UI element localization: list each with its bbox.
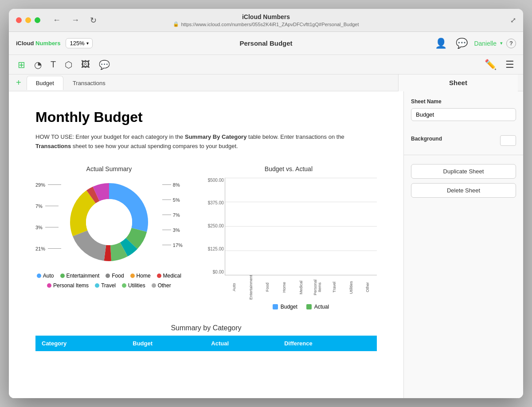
y-axis: $500.00 $375.00 $250.00 $125.00 $0.00 (201, 178, 224, 275)
page-title: Monthly Budget (35, 109, 377, 125)
legend-medical: Medical (157, 273, 181, 279)
x-label-entertainment: Entertainment (243, 276, 258, 298)
charts-row: Actual Summary 29% 7% (35, 165, 377, 310)
zoom-level: 125% (70, 40, 84, 47)
col-header-difference: Difference (278, 336, 377, 351)
legend-dot-home (130, 274, 135, 278)
legend-auto: Auto (37, 273, 54, 279)
summary-title: Summary by Category (35, 324, 377, 332)
legend-dot-food (106, 274, 110, 278)
user-chevron-icon: ▾ (500, 40, 503, 46)
collaborate-icon-btn[interactable]: ✏️ (481, 57, 500, 72)
sidebar-background-section: Background (404, 128, 523, 153)
donut-right-labels: 8% 5% 7% (162, 182, 183, 248)
x-label-personal: Personal Items (310, 276, 325, 298)
summary-section: Summary by Category Category Budget Actu… (35, 324, 377, 351)
url-text: https://www.icloud.com/numbers/055s2K4iR… (181, 22, 359, 27)
label-7: 7% (35, 204, 61, 209)
titlebar-center: iCloud Numbers 🔒 https://www.icloud.com/… (173, 13, 359, 27)
refresh-button[interactable]: ↻ (88, 14, 98, 27)
sheet-name-label: Sheet Name (411, 98, 516, 105)
user-name[interactable]: Danielle (474, 40, 497, 47)
minimize-button[interactable] (25, 17, 31, 23)
fullscreen-button[interactable]: ⤢ (510, 16, 516, 24)
chart-icon-btn[interactable]: ◔ (31, 58, 45, 72)
nav-buttons: ← → ↻ (51, 14, 98, 27)
app-title: iCloud Numbers (173, 13, 359, 20)
grid-line-0 (225, 178, 377, 178)
legend-food: Food (106, 273, 124, 279)
titlebar: ← → ↻ iCloud Numbers 🔒 https://www.iclou… (9, 9, 523, 32)
duplicate-sheet-button[interactable]: Duplicate Sheet (411, 164, 516, 179)
legend-other: Other (152, 282, 171, 289)
sidebar-title: Sheet (449, 79, 467, 86)
sheet-tab-transactions[interactable]: Transactions (63, 76, 115, 90)
delete-sheet-button[interactable]: Delete Sheet (411, 183, 516, 198)
bar-legend-budget: Budget (273, 304, 297, 310)
label-r-7: 7% (162, 212, 183, 218)
window-controls (16, 17, 40, 23)
share-button[interactable]: 👤 (432, 36, 450, 51)
sidebar-tab-header: Sheet (398, 74, 518, 91)
col-header-actual: Actual (205, 336, 278, 351)
lock-icon: 🔒 (173, 21, 179, 27)
col-header-category: Category (35, 336, 126, 351)
grid-line-75 (225, 250, 377, 251)
bar-chart-title: Budget vs. Actual (200, 165, 377, 172)
label-21: 21% (35, 246, 61, 251)
donut-legend: Auto Entertainment Food (35, 273, 183, 289)
donut-wrapper: 29% 7% 3% (35, 178, 183, 266)
document-title: Personal Budget (239, 39, 292, 47)
bar-chart-inner (225, 178, 377, 275)
spreadsheet-view: Monthly Budget HOW TO USE: Enter your bu… (9, 91, 403, 398)
label-r-3: 3% (162, 227, 183, 233)
zoom-control[interactable]: 125% ▾ (66, 38, 92, 48)
forward-button[interactable]: → (70, 14, 81, 27)
legend-dot-medical (157, 274, 161, 278)
bar-swatch-actual (306, 304, 312, 309)
x-label-home: Home (277, 276, 292, 298)
donut-left-labels: 29% 7% 3% (35, 182, 61, 251)
sheet-tab-budget[interactable]: Budget (27, 76, 63, 90)
sheet-tabs-bar: + Budget Transactions Sheet (9, 74, 523, 91)
image-icon-btn[interactable]: 🖼 (78, 58, 94, 71)
donut-chart-container: Actual Summary 29% 7% (35, 165, 183, 289)
x-label-medical: Medical (293, 276, 309, 298)
bar-chart-legend: Budget Actual (225, 304, 377, 310)
label-3: 3% (35, 225, 61, 230)
grid-line-50 (225, 226, 377, 227)
legend-travel: Travel (95, 282, 116, 289)
toolbar-right: 👤 💬 Danielle ▾ ? (432, 36, 516, 51)
x-label-food: Food (260, 276, 275, 298)
col-header-budget: Budget (126, 336, 205, 351)
x-label-travel: Travel (327, 276, 342, 298)
svg-point-9 (86, 199, 132, 245)
back-button[interactable]: ← (51, 14, 63, 27)
label-r-17: 17% (162, 243, 183, 248)
bar-legend-actual: Actual (306, 304, 329, 310)
shape-icon-btn[interactable]: ⬡ (61, 58, 76, 72)
x-label-auto: Auto (227, 276, 242, 298)
sheet-name-input[interactable] (411, 108, 516, 121)
icloud-label: iCloud Numbers (16, 40, 60, 47)
legend-dot-auto (37, 274, 41, 278)
donut-chart-title: Actual Summary (35, 165, 183, 172)
text-icon-btn[interactable]: T (47, 58, 59, 71)
x-label-other: Other (360, 276, 375, 298)
legend-dot-other (152, 283, 156, 288)
x-label-utilities: Utilities (344, 276, 359, 298)
maximize-button[interactable] (35, 17, 40, 23)
background-color-swatch[interactable] (500, 135, 516, 146)
table-icon-btn[interactable]: ⊞ (14, 58, 29, 72)
comment-icon-btn[interactable]: 💬 (95, 58, 113, 72)
url-bar: 🔒 https://www.icloud.com/numbers/055s2K4… (173, 21, 359, 27)
app-window: ← → ↻ iCloud Numbers 🔒 https://www.iclou… (9, 9, 523, 398)
format-icon-btn[interactable]: ☰ (502, 57, 518, 72)
content-area: + Budget Transactions Sheet Monthly Budg… (9, 74, 523, 398)
grid-line-25 (225, 202, 377, 202)
comments-button[interactable]: 💬 (453, 36, 470, 51)
help-button[interactable]: ? (506, 39, 516, 48)
add-sheet-button[interactable]: + (14, 76, 23, 90)
close-button[interactable] (16, 17, 22, 23)
legend-dot-utilities (122, 283, 126, 288)
